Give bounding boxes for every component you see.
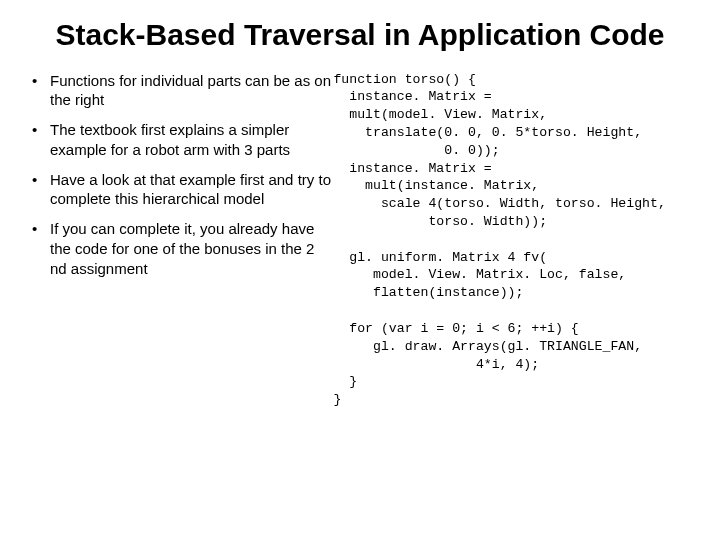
bullet-list: Functions for individual parts can be as…	[28, 71, 333, 279]
slide-body: Functions for individual parts can be as…	[28, 71, 692, 409]
slide: Stack-Based Traversal in Application Cod…	[0, 0, 720, 540]
list-item: Functions for individual parts can be as…	[28, 71, 333, 111]
list-item: Have a look at that example first and tr…	[28, 170, 333, 210]
slide-title: Stack-Based Traversal in Application Cod…	[28, 18, 692, 53]
list-item: If you can complete it, you already have…	[28, 219, 333, 278]
list-item: The textbook first explains a simpler ex…	[28, 120, 333, 160]
code-block: function torso() { instance. Matrix = mu…	[333, 71, 692, 409]
bullet-column: Functions for individual parts can be as…	[28, 71, 333, 409]
